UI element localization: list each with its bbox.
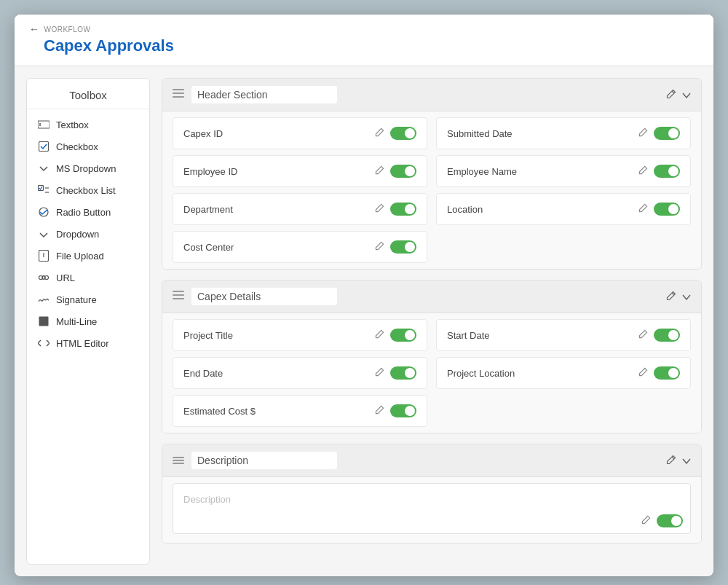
field-controls [375, 240, 416, 254]
field-edit-icon[interactable] [375, 241, 384, 253]
dropdown-icon [37, 227, 50, 240]
field-row-project-location: Project Location [436, 357, 691, 389]
field-toggle[interactable] [390, 165, 416, 178]
toolbox-item-label: HTML Editor [56, 338, 108, 349]
section-actions [666, 455, 691, 467]
field-row-project-title: Project Title [173, 319, 427, 351]
field-controls [375, 127, 416, 140]
section-edit-button[interactable] [666, 89, 676, 101]
field-row-employee-name: Employee Name [436, 155, 691, 187]
html-editor-icon [37, 337, 50, 350]
svg-line-23 [672, 457, 674, 459]
field-edit-icon[interactable] [375, 329, 384, 341]
field-controls [375, 404, 416, 417]
field-toggle[interactable] [390, 366, 416, 380]
field-toggle[interactable] [390, 329, 416, 342]
url-icon [37, 271, 50, 284]
sidebar-item-multi-line[interactable]: Multi-Line [27, 310, 149, 332]
sidebar-item-textbox[interactable]: Textbox [27, 114, 149, 136]
sidebar-item-html-editor[interactable]: HTML Editor [27, 332, 149, 354]
capex-details-title-input[interactable] [191, 288, 337, 305]
section-collapse-button[interactable] [682, 291, 691, 302]
toolbox-item-label: Dropdown [56, 229, 99, 240]
header-section-title-input[interactable] [191, 86, 337, 103]
header-section-header [162, 79, 701, 111]
toolbox-item-label: MS Dropdown [56, 163, 116, 174]
field-toggle[interactable] [654, 127, 680, 140]
sidebar-item-checkbox-list[interactable]: Checkbox List [27, 179, 149, 201]
field-row-employee-id: Employee ID [173, 155, 427, 187]
field-row-end-date: End Date [173, 357, 427, 389]
field-label: Capex ID [183, 128, 223, 139]
toolbox-item-label: Textbox [56, 119, 89, 130]
field-toggle[interactable] [390, 240, 416, 254]
section-collapse-button[interactable] [682, 455, 691, 466]
field-edit-icon[interactable] [638, 127, 648, 139]
section-collapse-button[interactable] [682, 89, 691, 101]
field-edit-icon[interactable] [638, 329, 648, 341]
field-label: Cost Center [183, 242, 234, 253]
top-bar: ← WORKFLOW Capex Approvals [15, 15, 713, 66]
field-controls [375, 329, 416, 342]
field-label: Project Title [183, 330, 233, 341]
svg-line-15 [672, 91, 674, 93]
field-toggle[interactable] [654, 203, 680, 216]
field-edit-icon[interactable] [638, 165, 648, 177]
field-edit-icon[interactable] [375, 127, 384, 139]
field-label: Estimated Cost $ [183, 406, 256, 417]
field-label: Department [183, 204, 233, 215]
drag-icon [173, 454, 184, 467]
description-edit-icon[interactable] [641, 515, 651, 527]
field-toggle[interactable] [654, 329, 680, 342]
field-edit-icon[interactable] [375, 203, 384, 215]
field-label: Project Location [447, 368, 515, 379]
textbox-icon [37, 118, 50, 131]
field-label: Employee Name [447, 166, 517, 177]
field-row-capex-id: Capex ID [173, 117, 427, 149]
sidebar-item-radio-button[interactable]: Radio Button [27, 201, 149, 223]
capex-details-section-header [162, 280, 701, 313]
field-row-estimated-cost: Estimated Cost $ [173, 395, 427, 427]
svg-rect-20 [173, 457, 184, 458]
description-section-card: Description [162, 444, 702, 543]
field-edit-icon[interactable] [375, 367, 384, 379]
toolbox-item-label: URL [56, 272, 75, 283]
field-controls [375, 165, 416, 178]
sidebar-item-signature[interactable]: Signature [27, 288, 149, 310]
field-toggle[interactable] [654, 366, 680, 380]
field-row-cost-center: Cost Center [173, 231, 427, 263]
field-row-location: Location [436, 193, 691, 225]
field-controls [375, 203, 416, 216]
description-title-input[interactable] [191, 452, 337, 469]
checkbox-list-icon [37, 184, 50, 197]
toolbox-item-label: File Upload [56, 251, 104, 262]
field-edit-icon[interactable] [638, 203, 648, 215]
section-edit-button[interactable] [666, 455, 676, 467]
field-toggle[interactable] [654, 165, 680, 178]
field-edit-icon[interactable] [375, 165, 384, 177]
back-button[interactable]: ← [29, 23, 40, 35]
field-toggle[interactable] [390, 127, 416, 140]
checkbox-icon [37, 140, 50, 153]
svg-rect-14 [173, 96, 184, 98]
svg-rect-21 [173, 460, 184, 461]
app-window: ← WORKFLOW Capex Approvals Toolbox Textb… [15, 15, 713, 576]
field-label: Submitted Date [447, 128, 513, 139]
field-edit-icon[interactable] [375, 405, 384, 417]
sidebar-item-checkbox[interactable]: Checkbox [27, 136, 149, 157]
field-controls [638, 203, 680, 216]
section-edit-button[interactable] [666, 291, 676, 303]
field-toggle[interactable] [390, 404, 416, 417]
svg-rect-17 [173, 294, 184, 296]
field-controls [638, 329, 680, 342]
svg-rect-13 [173, 93, 184, 94]
svg-rect-16 [173, 291, 184, 292]
field-toggle[interactable] [390, 203, 416, 216]
field-edit-icon[interactable] [638, 367, 648, 379]
svg-rect-18 [173, 298, 184, 299]
sidebar-item-file-upload[interactable]: File Upload [27, 245, 149, 267]
description-toggle[interactable] [657, 514, 683, 527]
sidebar-item-url[interactable]: URL [27, 267, 149, 288]
sidebar-item-dropdown[interactable]: Dropdown [27, 223, 149, 245]
sidebar-item-ms-dropdown[interactable]: MS Dropdown [27, 157, 149, 179]
